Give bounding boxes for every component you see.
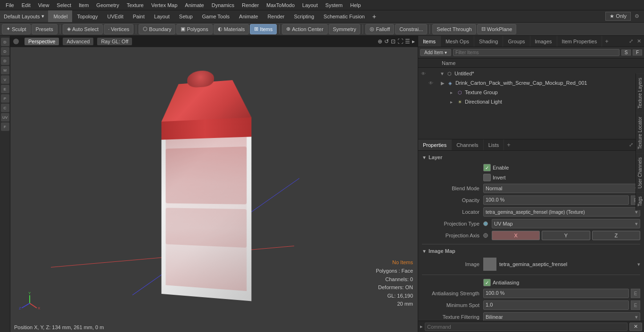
add-item-button[interactable]: Add Item ▾ [420, 49, 451, 56]
tree-item-mesh[interactable]: 👁 ▶ ◈ Drink_Carton_Pack_with_Screw_Cap_M… [418, 78, 644, 88]
viewport-icon-settings[interactable]: ☰ [405, 38, 410, 45]
polygons-button[interactable]: ▣ Polygons [176, 24, 212, 34]
action-center-button[interactable]: ⊕ Action Center [282, 24, 328, 34]
vtab-texture-locator[interactable]: Texture Locator [636, 113, 644, 153]
auto-select-button[interactable]: ◈ Auto Select [63, 24, 103, 34]
sidebar-tool-f[interactable]: F [1, 122, 9, 131]
items-s-button[interactable]: S [621, 49, 631, 56]
menu-dynamics[interactable]: Dynamics [208, 1, 238, 9]
axis-z-button[interactable]: Z [592, 231, 640, 240]
boundary-button[interactable]: ⬡ Boundary [139, 24, 175, 34]
panel-tab-images[interactable]: Images [530, 36, 557, 47]
menu-select[interactable]: Select [53, 1, 75, 9]
mode-setup[interactable]: Setup [174, 10, 198, 22]
menu-item[interactable]: Item [75, 1, 92, 9]
viewport-icon-zoom[interactable]: ⊡ [391, 38, 396, 45]
select-through-button[interactable]: Select Through [432, 24, 476, 34]
layouts-dropdown[interactable]: Default Layouts ▾ [0, 10, 49, 22]
mode-topology[interactable]: Topology [72, 10, 102, 22]
items-panel-close-icon[interactable]: ✕ [636, 37, 642, 45]
mode-scripting[interactable]: Scripting [289, 10, 319, 22]
mode-animate[interactable]: Animate [234, 10, 263, 22]
constraints-button[interactable]: Constrai... [395, 24, 427, 34]
tree-item-texture[interactable]: ▸ ⬡ Texture Group [418, 88, 644, 97]
sidebar-tool-2[interactable]: D [1, 47, 9, 56]
viewport-icon-target[interactable]: ⊕ [378, 38, 382, 45]
projection-type-select[interactable]: UV Map ▾ [492, 219, 640, 228]
filter-items-input[interactable] [453, 49, 619, 56]
add-mode-button[interactable]: + [370, 12, 379, 21]
mode-gametools[interactable]: Game Tools [198, 10, 235, 22]
menu-texture[interactable]: Texture [123, 1, 148, 9]
menu-maxtomodo[interactable]: MaxToModo [263, 1, 298, 9]
sculpt-button[interactable]: ✦ Sculpt [2, 24, 31, 34]
minimum-spot-input[interactable]: 1.0 [483, 300, 629, 310]
image-thumbnail[interactable] [483, 258, 496, 271]
presets-button[interactable]: Presets [32, 24, 58, 34]
invert-checkbox[interactable] [483, 174, 491, 181]
mode-uvedit[interactable]: UVEdit [102, 10, 128, 22]
viewport-tab-perspective[interactable]: Perspective [25, 38, 59, 45]
mode-paint[interactable]: Paint [128, 10, 149, 22]
menu-edit[interactable]: Edit [18, 1, 34, 9]
menu-animate[interactable]: Animate [181, 1, 207, 9]
items-panel-expand-icon[interactable]: ⤢ [628, 37, 634, 45]
viewport-3d[interactable]: X Y Z No Items Polygons : Face Channels:… [10, 47, 418, 323]
menu-vertex-map[interactable]: Vertex Map [148, 1, 182, 9]
mode-model[interactable]: Model [49, 10, 72, 22]
layer-collapse-icon[interactable]: ▼ [422, 155, 427, 160]
sidebar-tool-dup[interactable]: D [1, 57, 9, 65]
projection-axis-dot[interactable] [483, 233, 488, 238]
sidebar-tool-c[interactable]: C [1, 104, 9, 112]
vtab-tags[interactable]: Tags [636, 192, 644, 210]
vtab-texture-layers[interactable]: Texture Layers [636, 73, 644, 113]
sidebar-tool-p[interactable]: P [1, 94, 9, 103]
panel-tab-lists[interactable]: Lists [484, 139, 504, 150]
menu-help[interactable]: Help [347, 1, 365, 9]
antialiasing-strength-envelope-button[interactable]: E [631, 289, 640, 298]
command-input[interactable] [425, 323, 627, 331]
panel-tab-item-properties[interactable]: Item Properties [557, 36, 603, 47]
sidebar-tool-e[interactable]: E [1, 85, 9, 93]
menu-file[interactable]: File [2, 1, 18, 9]
menu-view[interactable]: View [34, 1, 53, 9]
blend-mode-select[interactable]: Normal ▾ [483, 184, 640, 193]
vertices-button[interactable]: · Vertices [104, 24, 133, 34]
axis-y-button[interactable]: Y [542, 231, 590, 240]
viewport-icon-rotate[interactable]: ↺ [384, 38, 389, 45]
tree-item-light[interactable]: ▸ ☀ Directional Light [418, 97, 644, 106]
image-map-collapse-icon[interactable]: ▼ [422, 249, 427, 254]
materials-button[interactable]: ◐ Materials [214, 24, 249, 34]
image-select-arrow-icon[interactable]: ▾ [637, 261, 640, 267]
panel-tab-items[interactable]: Items [418, 36, 441, 47]
panel-tab-groups[interactable]: Groups [503, 36, 530, 47]
eye-icon-scene[interactable]: 👁 [420, 69, 427, 78]
locator-select[interactable]: tetra_gemina_aseptic_frensel (Image) (Te… [483, 207, 640, 217]
viewport-icon-more[interactable]: ▸ [412, 38, 415, 45]
axis-x-button[interactable]: X [492, 231, 540, 240]
vtab-user-channels[interactable]: User Channels [636, 153, 644, 192]
items-button[interactable]: ⊞ Items [250, 24, 277, 34]
viewport-ray-gl[interactable]: Ray GL: Off [97, 38, 132, 45]
panel-tab-shading[interactable]: Shading [474, 36, 503, 47]
projection-type-dot[interactable] [483, 221, 488, 226]
sidebar-tool-v[interactable]: V [1, 75, 9, 84]
sidebar-tool-uv[interactable]: UV [1, 113, 9, 121]
enable-checkbox[interactable]: ✓ [483, 164, 491, 171]
menu-layout[interactable]: Layout [298, 1, 322, 9]
panel-tab-meshops[interactable]: Mesh Ops [441, 36, 474, 47]
command-clear-button[interactable]: ✕ [629, 323, 642, 331]
texture-filtering-select[interactable]: Bilinear ▾ [483, 312, 640, 321]
viewport-tab-advanced[interactable]: Advanced [63, 38, 93, 45]
mode-render[interactable]: Render [263, 10, 289, 22]
panel-tab-properties[interactable]: Properties [418, 139, 452, 150]
props-panel-expand-icon[interactable]: ⤢ [628, 141, 634, 149]
star-only-button[interactable]: ★ Only [605, 12, 631, 21]
items-f-button[interactable]: F [633, 49, 642, 56]
viewport[interactable]: Perspective Advanced Ray GL: Off ⊕ ↺ ⊡ ⛶… [10, 36, 418, 332]
falloff-button[interactable]: ◎ Falloff [365, 24, 394, 34]
eye-icon-mesh[interactable]: 👁 [428, 78, 434, 88]
menu-system[interactable]: System [322, 1, 347, 9]
settings-icon[interactable]: ⚙ [634, 12, 640, 20]
symmetry-button[interactable]: Symmetry [329, 24, 361, 34]
